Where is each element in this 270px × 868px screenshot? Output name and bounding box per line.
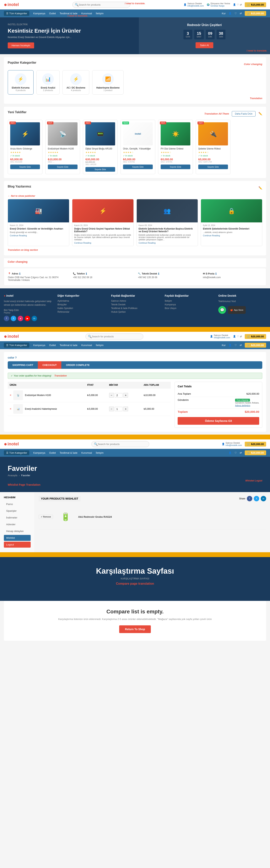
- qty-decrease-1[interactable]: −: [109, 407, 114, 411]
- footer-link-kab[interactable]: Kablo Spiralleri: [57, 307, 105, 310]
- whatsapp-icon[interactable]: 💬: [218, 306, 226, 314]
- nav-user-icon[interactable]: 👤: [229, 12, 232, 15]
- qty-increase-0[interactable]: +: [123, 393, 128, 398]
- cart-nav-outlet[interactable]: Outlet: [49, 344, 56, 347]
- product-card-2[interactable]: HOT 📟 Dijital Sinyal Bloğu AR100 ★★★★★ ✓…: [83, 120, 118, 174]
- cart-heart-icon[interactable]: ♡: [237, 335, 239, 338]
- account-menu-parno[interactable]: Parno: [4, 501, 31, 507]
- icons-group[interactable]: 👤 ♡ ⇄: [233, 3, 242, 6]
- heart-icon[interactable]: ♡: [237, 3, 239, 6]
- add-to-cart-5[interactable]: Sepete Ekle: [198, 164, 228, 169]
- add-to-cart-2[interactable]: Sepete Ekle: [85, 167, 115, 172]
- cart-nav-categories[interactable]: ☰ Tüm Kategoriler: [4, 343, 29, 348]
- cart-tab-complete[interactable]: ORDER COMPLETE: [61, 361, 94, 369]
- wishlist-nav-0[interactable]: Kampanya: [33, 452, 45, 454]
- remove-item-1[interactable]: ×: [10, 407, 11, 411]
- wishlist-nav-2[interactable]: Testlimat & İade: [60, 452, 78, 454]
- account-menu-logout[interactable]: Logout: [4, 541, 31, 548]
- footer-useful1-2[interactable]: Testlimat & İade Politikası: [111, 307, 159, 310]
- product-card-5[interactable]: HOT 🔌 Şebeke İzleme Rölesi ★★★★☆ ✓ In st…: [196, 120, 231, 174]
- hero-cta-button[interactable]: Hemen İnceleyin: [8, 42, 34, 49]
- wishlist-logo[interactable]: ● inotel: [4, 441, 19, 447]
- cart-tab-checkout[interactable]: CHECKOUT: [38, 361, 61, 369]
- footer-link-ayd[interactable]: Aydınlatma: [57, 300, 105, 302]
- nav-iletisim[interactable]: İletişim: [96, 12, 103, 15]
- qty-input-1[interactable]: [115, 407, 122, 411]
- blog-card-2[interactable]: 👥 Kasım 09, 2024 Elektrik Şebekelerinde …: [137, 199, 198, 246]
- nav-outlet[interactable]: Outlet: [49, 12, 56, 15]
- remove-wishlist-item-0[interactable]: ✓ Remove: [38, 515, 53, 519]
- footer-useful2-1[interactable]: Kampanya: [165, 303, 213, 306]
- qty-decrease-0[interactable]: −: [109, 393, 114, 398]
- footer-useful2-0[interactable]: İletişim: [165, 300, 213, 302]
- blog-card-1[interactable]: ⚡ Kasım 10, 2024 Doğru Enerji Ürünü Seçi…: [72, 199, 133, 246]
- youtube-icon[interactable]: ▶: [25, 316, 30, 321]
- wishlist-nav-heart[interactable]: ♡: [235, 452, 237, 454]
- cart-tab-cart[interactable]: SHOPPING CART: [8, 361, 38, 369]
- cart-nav-kampanya[interactable]: Kampanya: [33, 344, 45, 347]
- footer-useful1-0[interactable]: Satınızı Adresi: [111, 300, 159, 302]
- nav-heart-icon[interactable]: ♡: [235, 12, 237, 15]
- cart-search-input[interactable]: [92, 335, 141, 338]
- read-more-2[interactable]: Continue Reading: [139, 242, 196, 244]
- account-menu-wishlist[interactable]: Wishlist: [4, 535, 31, 541]
- cart-logo[interactable]: ● inotel: [4, 333, 19, 340]
- twitter-icon[interactable]: X: [11, 316, 16, 321]
- checkout-button[interactable]: Ödeme Sayfasına Git: [178, 417, 259, 425]
- nav-kampanya[interactable]: Kampanya: [33, 12, 45, 15]
- cart-nav-user-icon[interactable]: 👤: [229, 344, 232, 347]
- search-input[interactable]: [79, 3, 128, 6]
- share-facebook[interactable]: f: [247, 496, 252, 501]
- footer-useful1-3[interactable]: Hukuk Şartları: [111, 311, 159, 313]
- cart-user-icon[interactable]: 👤: [233, 335, 236, 338]
- user-icon[interactable]: 👤: [233, 3, 236, 6]
- cart-currency-label[interactable]: Kur: [222, 344, 226, 347]
- wishlist-search-input[interactable]: [98, 443, 147, 445]
- add-to-cart-0[interactable]: Sepete Ekle: [10, 164, 40, 169]
- cart-nav-heart-icon[interactable]: ♡: [235, 344, 237, 347]
- wishlist-nav-user[interactable]: 👤: [229, 452, 232, 454]
- footer-link-bin[interactable]: Binişçiler: [57, 303, 105, 306]
- nav-compare-icon[interactable]: ⇄: [240, 12, 242, 15]
- cart-search-bar[interactable]: 🔍: [85, 334, 143, 340]
- product-card-3[interactable]: NEW inotel Ürün, Genişlik, Yüksekliğer ★…: [121, 120, 155, 174]
- category-item-1[interactable]: 📊 Enerji Analizi 2 products: [36, 70, 60, 94]
- app-store-badge[interactable]: 🍎 App Store: [228, 306, 246, 314]
- account-menu-indirmeler[interactable]: İndirmeler: [4, 515, 31, 521]
- cart-compare-icon[interactable]: ⇄: [240, 335, 242, 338]
- remove-item-0[interactable]: ×: [10, 394, 11, 397]
- linkedin-icon[interactable]: in: [32, 316, 37, 321]
- category-item-2[interactable]: ⚡ AC / DC Besleme 4 products: [62, 70, 89, 94]
- breadcrumb-home[interactable]: Anasayfa: [8, 474, 17, 477]
- footer-useful1-1[interactable]: Teknik Destek: [111, 303, 159, 306]
- wishlist-nav-compare[interactable]: ⇄: [240, 452, 242, 454]
- nav-categories[interactable]: ☰ Tüm Kategoriler: [4, 11, 29, 16]
- cart-button[interactable]: 🛒 ₺15,000.00: [245, 2, 266, 7]
- add-to-cart-1[interactable]: Sepete Ekle: [48, 164, 78, 169]
- footer-link-ref[interactable]: Referanslar: [57, 311, 105, 313]
- wishlist-nav-cart[interactable]: 🛒 ₺20,000.00: [245, 451, 266, 455]
- cart-nav-cart-button[interactable]: 🛒 ₺20,000.00: [245, 343, 266, 348]
- buy-button[interactable]: Satın Al: [196, 42, 213, 48]
- compare-icon[interactable]: ⇄: [240, 3, 242, 6]
- cart-icons-group[interactable]: 👤 ♡ ⇄: [233, 335, 242, 338]
- wishlist-search-bar[interactable]: 🔍: [91, 441, 149, 447]
- account-menu-hesap[interactable]: Hesap detayları: [4, 528, 31, 534]
- change-address-link[interactable]: Adresi değiştirin: [235, 404, 250, 407]
- read-more-0[interactable]: Continue Reading: [10, 235, 67, 237]
- share-linkedin[interactable]: in: [261, 496, 266, 501]
- edit-icon[interactable]: ✏️: [259, 112, 262, 116]
- facebook-icon[interactable]: f: [4, 316, 9, 321]
- category-item-3[interactable]: 📶 Haberleşme Besleme 1 product: [92, 70, 124, 94]
- more-products-button[interactable]: Daha Fazla Ürün: [232, 111, 256, 117]
- return-to-shop-button[interactable]: Return To Shop: [119, 625, 151, 633]
- cart-cart-button[interactable]: 🛒 ₺20,000.00: [245, 334, 266, 339]
- cart-nav-compare-icon[interactable]: ⇄: [240, 344, 242, 347]
- cart-nav-testlimat[interactable]: Testlimat & İade: [60, 344, 78, 347]
- nav-cart-button[interactable]: 🛒 ₺15,000.00: [245, 11, 266, 16]
- search-bar[interactable]: 🔍: [72, 2, 130, 8]
- product-card-4[interactable]: HOT ☀️ PV Dizi İzleme Ünitesi ★★★★☆ ✓ In…: [158, 120, 193, 174]
- add-to-cart-4[interactable]: Sepete Ekle: [161, 164, 190, 169]
- currency-label[interactable]: Kur: [222, 12, 226, 15]
- read-more-3[interactable]: Continue Reading: [203, 235, 260, 237]
